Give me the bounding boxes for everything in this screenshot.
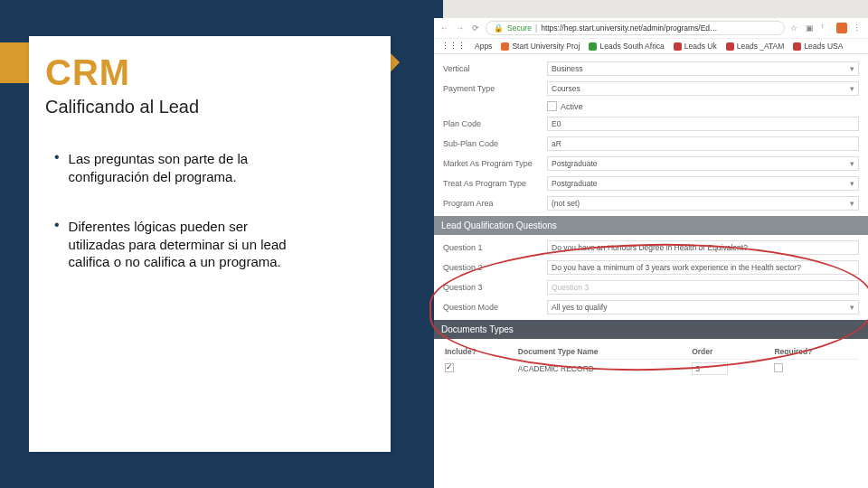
bookmark-item[interactable]: Leads USA [793,42,843,51]
field-row: Question 3Question 3 [443,280,859,295]
field-row: VerticalBusiness▾ [443,61,859,76]
chevron-down-icon: ▾ [850,303,854,312]
slide-title: CRM [45,52,374,93]
bookmark-icon [793,42,801,51]
field-value: E0 [552,119,561,128]
star-icon[interactable]: ☆ [790,23,800,33]
back-icon[interactable]: ← [439,23,449,33]
lock-icon: 🔒 [494,23,504,33]
field-label: Program Area [443,199,547,208]
browser-chrome: ← → ⟳ 🔒 Secure | https://hep.start.unive… [434,18,868,54]
bookmark-item[interactable]: Start University Proj [501,42,580,51]
field-row: Program Area(not set)▾ [443,196,859,211]
field-value: Postgraduate [552,159,598,168]
bookmark-label: Leads South Africa [599,42,664,51]
bookmark-label: Apps [475,42,492,51]
bullet-list: •Las preguntas son parte de la configura… [45,150,374,271]
field-row: Market As Program TypePostgraduate▾ [443,156,859,171]
browser-screenshot: ← → ⟳ 🔒 Secure | https://hep.start.unive… [434,18,868,488]
vertical-select[interactable]: Business▾ [547,61,859,76]
field-value: (not set) [552,199,580,208]
field-row: Question ModeAll yes to qualify▾ [443,300,859,314]
sub-plan-code-input[interactable]: aR [547,136,859,151]
bookmark-item[interactable]: Leads South Africa [589,42,664,51]
docs-header: Documents Types [434,320,868,339]
translate-icon[interactable]: ᵀ [821,23,831,33]
field-value: aR [552,139,561,148]
slide-subtitle: Calificando al Lead [45,97,374,117]
field-label: Question Mode [443,303,547,312]
question-mode-select[interactable]: All yes to qualify▾ [547,300,859,314]
treat-as-select[interactable]: Postgraduate▾ [547,176,859,191]
apps-icon[interactable]: ⋮⋮⋮ [441,42,466,51]
field-value: All yes to qualify [552,303,607,312]
field-value: Business [552,64,583,73]
col-include: Include? [443,344,516,360]
plan-code-input[interactable]: E0 [547,117,859,131]
col-required: Required? [772,344,859,360]
field-row: Sub-Plan CodeaR [443,136,859,151]
bullet-item: •Diferentes lógicas pueden ser utilizada… [54,218,374,271]
url-text: https://hep.start.university.net/admin/p… [541,23,717,33]
include-checkbox[interactable] [445,363,454,372]
profile-avatar[interactable] [836,23,847,33]
cast-icon[interactable]: ▣ [806,23,816,33]
address-bar-row: ← → ⟳ 🔒 Secure | https://hep.start.unive… [434,18,868,39]
menu-icon[interactable]: ⋮ [853,23,863,33]
field-value: Courses [552,84,580,93]
chevron-down-icon: ▾ [850,64,854,73]
col-order: Order [690,344,772,360]
chevron-down-icon: ▾ [850,179,854,188]
market-as-select[interactable]: Postgraduate▾ [547,156,859,171]
order-input[interactable]: 3 [692,362,728,375]
table-row: ACADEMIC RECORD 3 [443,360,859,379]
chevron-down-icon: ▾ [850,84,854,93]
doc-name: ACADEMIC RECORD [516,360,690,379]
bookmark-item[interactable]: Leads Uk [674,42,717,51]
field-row: Question 2Do you have a minimum of 3 yea… [443,260,859,275]
field-value: Do you have a minimum of 3 years work ex… [552,263,801,272]
question-2-input[interactable]: Do you have a minimum of 3 years work ex… [547,260,859,275]
field-row: Active [443,101,859,111]
required-checkbox[interactable] [774,363,783,372]
bookmark-label: Leads Uk [684,42,717,51]
bookmark-icon [674,42,682,51]
field-label: Vertical [443,64,547,73]
bullet-text: Diferentes lógicas pueden ser utilizadas… [69,218,304,271]
forward-icon[interactable]: → [455,23,465,33]
field-row: Treat As Program TypePostgraduate▾ [443,176,859,191]
question-3-input[interactable]: Question 3 [547,280,859,295]
payment-type-select[interactable]: Courses▾ [547,81,859,96]
active-checkbox[interactable] [547,101,557,111]
bookmark-label: Leads USA [804,42,843,51]
field-label: Treat As Program Type [443,179,547,188]
address-bar[interactable]: 🔒 Secure | https://hep.start.university.… [486,21,785,35]
field-label: Sub-Plan Code [443,139,547,148]
program-area-select[interactable]: (not set)▾ [547,196,859,211]
bookmarks-bar: ⋮⋮⋮ Apps Start University Proj Leads Sou… [434,39,868,53]
field-value: Do you have an Honours Degree in Health … [552,243,748,252]
secure-label: Secure [507,23,532,33]
field-label: Plan Code [443,119,547,128]
program-form: VerticalBusiness▾ Payment TypeCourses▾ A… [434,54,868,385]
chevron-down-icon: ▾ [850,159,854,168]
field-label: Question 2 [443,263,547,272]
field-value: Question 3 [552,283,589,292]
content-card: CRM Calificando al Lead •Las preguntas s… [29,36,391,452]
bookmark-icon [726,42,734,51]
field-label: Market As Program Type [443,159,547,168]
field-label: Payment Type [443,84,547,93]
bookmark-label: Start University Proj [512,42,580,51]
lead-qual-header: Lead Qualification Questions [434,216,868,235]
bullet-icon: • [54,150,60,185]
reload-icon[interactable]: ⟳ [470,23,480,33]
col-name: Document Type Name [516,344,690,360]
bullet-icon: • [54,218,60,271]
chevron-down-icon: ▾ [850,199,854,208]
question-1-input[interactable]: Do you have an Honours Degree in Health … [547,240,859,255]
active-label: Active [561,102,583,111]
bookmark-item[interactable]: Apps [475,42,492,51]
order-value: 3 [695,364,700,373]
bookmark-item[interactable]: Leads _ATAM [726,42,785,51]
bookmark-icon [589,42,597,51]
